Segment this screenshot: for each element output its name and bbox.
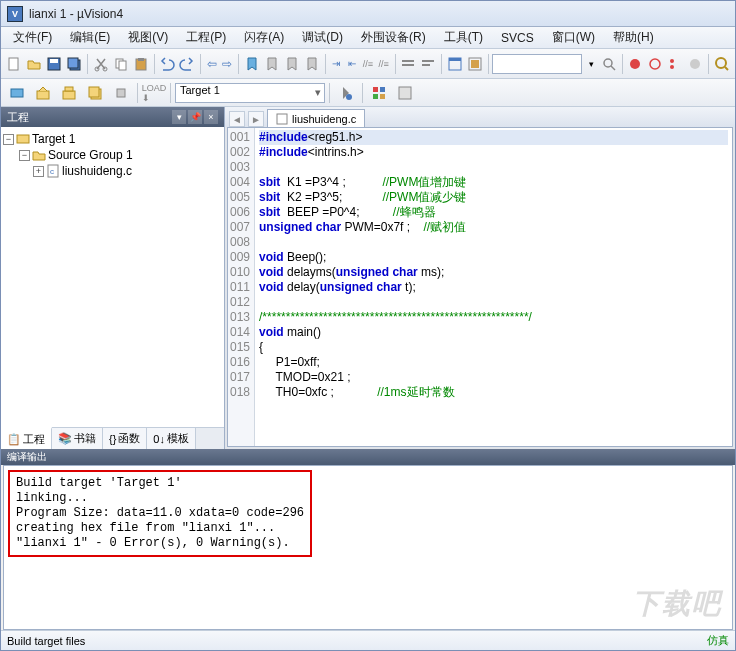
debug-start-button[interactable]: [626, 52, 644, 76]
find-dd-button[interactable]: ▾: [584, 52, 598, 76]
download-button[interactable]: LOAD⬇: [142, 81, 166, 105]
svg-rect-12: [402, 64, 414, 66]
find-in-files-button[interactable]: [600, 52, 618, 76]
editor-tab-label: liushuideng.c: [292, 113, 356, 125]
panel-dropdown-icon[interactable]: ▾: [172, 110, 186, 124]
svg-point-25: [716, 58, 726, 68]
tree-file-label: liushuideng.c: [62, 164, 132, 178]
svg-rect-18: [471, 60, 479, 68]
svg-rect-11: [402, 60, 414, 62]
svg-rect-27: [37, 91, 49, 99]
tree-group[interactable]: − Source Group 1: [3, 147, 222, 163]
undo-button[interactable]: [158, 52, 176, 76]
configure-button[interactable]: [466, 52, 484, 76]
tab-templates[interactable]: 0↓模板: [147, 428, 196, 449]
tab-books[interactable]: 📚书籍: [52, 428, 103, 449]
tree-target-label: Target 1: [32, 132, 75, 146]
paste-button[interactable]: [132, 52, 150, 76]
translate-button[interactable]: [5, 81, 29, 105]
line-gutter: 0010020030040050060070080090100110120130…: [228, 128, 255, 446]
open-file-button[interactable]: [25, 52, 43, 76]
save-all-button[interactable]: [65, 52, 83, 76]
expand-icon[interactable]: −: [3, 134, 14, 145]
save-button[interactable]: [45, 52, 63, 76]
tab-history-back-icon[interactable]: ◄: [229, 111, 245, 127]
menu-help[interactable]: 帮助(H): [605, 27, 662, 48]
code-content[interactable]: #include<reg51.h>#include<intrins.h> sbi…: [255, 128, 732, 446]
panel-close-icon[interactable]: ×: [204, 110, 218, 124]
uncomment-button[interactable]: //≡: [377, 52, 391, 76]
cut-button[interactable]: [92, 52, 110, 76]
tab-history-fwd-icon[interactable]: ►: [248, 111, 264, 127]
indent-button[interactable]: ⇥: [329, 52, 343, 76]
zoom-button[interactable]: [713, 52, 731, 76]
find-def-button[interactable]: [419, 52, 437, 76]
window-cfg-button[interactable]: [446, 52, 464, 76]
c-file-icon: c: [46, 164, 60, 178]
project-tree[interactable]: − Target 1 − Source Group 1 + c liushuid…: [1, 127, 224, 427]
breakpoints-list-button[interactable]: [666, 52, 684, 76]
build-button[interactable]: [31, 81, 55, 105]
svg-rect-37: [380, 94, 385, 99]
menu-file[interactable]: 文件(F): [5, 27, 60, 48]
tree-file[interactable]: + c liushuideng.c: [3, 163, 222, 179]
output-panel-header: 编译输出: [1, 449, 735, 465]
bookmark-clear-button[interactable]: [303, 52, 321, 76]
nav-fwd-button[interactable]: ⇨: [220, 52, 234, 76]
menu-edit[interactable]: 编辑(E): [62, 27, 118, 48]
project-panel: 工程 ▾ 📌 × − Target 1 − Source Group 1 +: [1, 107, 225, 449]
rebuild-button[interactable]: [57, 81, 81, 105]
batch-build-button[interactable]: [83, 81, 107, 105]
svg-point-19: [604, 59, 612, 67]
menu-project[interactable]: 工程(P): [178, 27, 234, 48]
svg-rect-32: [117, 89, 125, 97]
tab-functions[interactable]: {}函数: [103, 428, 147, 449]
stop-build-button[interactable]: [109, 81, 133, 105]
menu-peripherals[interactable]: 外围设备(R): [353, 27, 434, 48]
menu-debug[interactable]: 调试(D): [294, 27, 351, 48]
file-ext-button[interactable]: [367, 81, 391, 105]
bookmark-next-button[interactable]: [283, 52, 301, 76]
comment-button[interactable]: //≡: [361, 52, 375, 76]
editor-area: ◄ ► liushuideng.c 0010020030040050060070…: [225, 107, 735, 449]
app-icon: V: [7, 6, 23, 22]
menu-view[interactable]: 视图(V): [120, 27, 176, 48]
folder-icon: [32, 148, 46, 162]
nav-back-button[interactable]: ⇦: [205, 52, 219, 76]
menu-svcs[interactable]: SVCS: [493, 29, 542, 47]
target-options-button[interactable]: [334, 81, 358, 105]
menu-tools[interactable]: 工具(T): [436, 27, 491, 48]
bookmark-prev-button[interactable]: [263, 52, 281, 76]
redo-button[interactable]: [178, 52, 196, 76]
kill-breakpoints-button[interactable]: [686, 52, 704, 76]
copy-button[interactable]: [112, 52, 130, 76]
editor-tab[interactable]: liushuideng.c: [267, 109, 365, 127]
svg-rect-39: [17, 135, 29, 143]
expand-icon[interactable]: +: [33, 166, 44, 177]
tree-group-label: Source Group 1: [48, 148, 133, 162]
menu-flash[interactable]: 闪存(A): [236, 27, 292, 48]
svg-rect-36: [373, 94, 378, 99]
new-file-button[interactable]: [5, 52, 23, 76]
build-output-text: Build target 'Target 1'linking...Program…: [8, 470, 312, 557]
svg-point-24: [690, 59, 700, 69]
tree-target[interactable]: − Target 1: [3, 131, 222, 147]
code-editor[interactable]: 0010020030040050060070080090100110120130…: [227, 127, 733, 447]
breakpoint-button[interactable]: [646, 52, 664, 76]
svg-rect-0: [9, 58, 18, 70]
svg-rect-26: [11, 89, 23, 97]
menu-window[interactable]: 窗口(W): [544, 27, 603, 48]
manage-button[interactable]: [393, 81, 417, 105]
tab-project[interactable]: 📋工程: [1, 427, 52, 449]
svg-rect-38: [399, 87, 411, 99]
find-combo[interactable]: [492, 54, 582, 74]
svg-point-22: [670, 59, 674, 63]
panel-pin-icon[interactable]: 📌: [188, 110, 202, 124]
project-tab-icon: 📋: [7, 433, 21, 446]
outdent-button[interactable]: ⇤: [345, 52, 359, 76]
build-output[interactable]: Build target 'Target 1'linking...Program…: [3, 465, 733, 630]
target-select[interactable]: Target 1: [175, 83, 325, 103]
expand-icon[interactable]: −: [19, 150, 30, 161]
find-ref-button[interactable]: [399, 52, 417, 76]
bookmark-toggle-button[interactable]: [243, 52, 261, 76]
